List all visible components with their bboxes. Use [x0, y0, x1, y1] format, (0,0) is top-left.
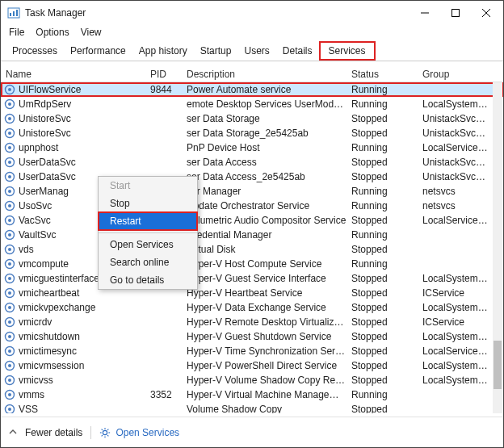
ctx-go-to-details[interactable]: Go to details — [99, 271, 197, 289]
menu-file[interactable]: File — [9, 27, 24, 38]
table-row[interactable]: vmms 3352 Hyper-V Virtual Machine Manage… — [1, 387, 503, 402]
service-desc: Hyper-V PowerShell Direct Service — [187, 360, 351, 371]
open-services-link[interactable]: Open Services — [99, 427, 179, 438]
service-icon — [4, 287, 15, 299]
col-name[interactable]: Name — [1, 69, 150, 80]
table-row[interactable]: vmicvss Hyper-V Volume Shadow Copy Reque… — [1, 373, 503, 387]
service-name: UmRdpServ — [19, 98, 71, 110]
tab-users[interactable]: Users — [237, 41, 275, 61]
table-row[interactable]: vmicguestinterface Hyper-V Guest Service… — [1, 271, 503, 286]
menu-options[interactable]: Options — [36, 27, 69, 38]
service-desc: Hyper-V Guest Service Interface — [187, 273, 351, 284]
service-status: Running — [351, 98, 422, 110]
col-pid[interactable]: PID — [150, 69, 187, 80]
table-row[interactable]: VacSvc Volumetric Audio Compositor Servi… — [1, 213, 503, 228]
tab-performance[interactable]: Performance — [64, 41, 132, 61]
service-icon — [4, 244, 15, 255]
tab-bar: Processes Performance App history Startu… — [1, 41, 503, 61]
service-desc: Hyper-V Host Compute Service — [187, 258, 351, 270]
maximize-button[interactable] — [440, 2, 471, 24]
service-status: Running — [351, 229, 422, 241]
svg-point-13 — [8, 117, 11, 120]
fewer-details-button[interactable]: Fewer details — [25, 427, 82, 438]
service-desc: Hyper-V Volume Shadow Copy Reque... — [187, 375, 351, 386]
close-button[interactable] — [471, 2, 502, 24]
service-desc: ser Data Access_2e5425ab — [187, 171, 351, 182]
chevron-up-icon[interactable] — [9, 427, 17, 438]
service-status: Stopped — [351, 302, 422, 313]
ctx-search-online[interactable]: Search online — [99, 253, 197, 271]
service-desc: Volume Shadow Copy — [187, 404, 351, 413]
service-desc: Hyper-V Virtual Machine Management — [187, 389, 351, 400]
service-icon — [4, 389, 15, 400]
svg-point-15 — [8, 132, 11, 135]
table-row[interactable]: VSS Volume Shadow Copy Stopped — [1, 402, 503, 413]
svg-rect-1 — [10, 13, 11, 16]
tab-details[interactable]: Details — [276, 41, 319, 61]
svg-rect-5 — [452, 10, 460, 17]
svg-point-21 — [8, 175, 11, 178]
service-status: Stopped — [351, 273, 422, 284]
table-row[interactable]: vmicvmsession Hyper-V PowerShell Direct … — [1, 358, 503, 373]
title-bar[interactable]: Task Manager — [1, 1, 503, 25]
service-name: UnistoreSvc — [19, 113, 71, 124]
ctx-separator — [99, 232, 197, 233]
service-desc: Hyper-V Heartbeat Service — [187, 287, 351, 299]
svg-point-19 — [8, 161, 11, 164]
service-desc: ser Data Storage — [187, 113, 351, 124]
service-icon — [4, 258, 15, 270]
tab-app-history[interactable]: App history — [132, 41, 194, 61]
svg-point-23 — [8, 190, 11, 193]
table-row[interactable]: vmicrdv Hyper-V Remote Desktop Virtualiz… — [1, 315, 503, 329]
service-group: LocalServiceAn... — [422, 142, 503, 153]
service-group: netsvcs — [422, 200, 503, 211]
service-status: Stopped — [351, 360, 422, 371]
table-row[interactable]: UnistoreSvc ser Data Storage Stopped Uni… — [1, 111, 503, 126]
service-icon — [4, 142, 15, 153]
table-row[interactable]: UmRdpServ emote Desktop Services UserMod… — [1, 97, 503, 111]
table-row[interactable]: vmicshutdown Hyper-V Guest Shutdown Serv… — [1, 329, 503, 344]
ctx-open-services[interactable]: Open Services — [99, 236, 197, 253]
service-icon — [4, 215, 15, 226]
ctx-stop[interactable]: Stop — [99, 195, 197, 212]
ctx-start[interactable]: Start — [99, 177, 197, 195]
svg-rect-3 — [16, 10, 18, 16]
service-group: LocalSystemNe... — [422, 273, 503, 284]
scrollbar-thumb[interactable] — [494, 341, 502, 389]
table-row[interactable]: upnphost PnP Device Host Running LocalSe… — [1, 140, 503, 155]
service-status: Running — [351, 258, 422, 270]
col-description[interactable]: Description — [187, 69, 351, 80]
service-desc: emote Desktop Services UserMode ... — [187, 98, 351, 110]
menu-view[interactable]: View — [81, 27, 102, 38]
tab-processes[interactable]: Processes — [6, 41, 64, 61]
table-row[interactable]: vds Virtual Disk Stopped — [1, 242, 503, 257]
tab-services[interactable]: Services — [319, 41, 376, 61]
service-status: Running — [351, 389, 422, 400]
open-services-label: Open Services — [116, 427, 179, 438]
table-row[interactable]: UserManag ser Manager Running netsvcs — [1, 184, 503, 199]
table-row[interactable]: UIFlowService 9844 Power Automate servic… — [1, 82, 503, 97]
table-row[interactable]: UnistoreSvc ser Data Storage_2e5425ab St… — [1, 126, 503, 140]
services-list[interactable]: UIFlowService 9844 Power Automate servic… — [1, 82, 503, 413]
svg-point-47 — [8, 364, 11, 367]
table-row[interactable]: vmcompute 7704 Hyper-V Host Compute Serv… — [1, 257, 503, 271]
table-row[interactable]: UsoSvc 12696 Update Orchestrator Service… — [1, 199, 503, 213]
service-status: Stopped — [351, 128, 422, 139]
table-row[interactable]: vmickvpexchange Hyper-V Data Exchange Se… — [1, 300, 503, 315]
table-row[interactable]: vmicheartbeat Hyper-V Heartbeat Service … — [1, 286, 503, 300]
service-name: vmicvss — [19, 375, 53, 386]
col-status[interactable]: Status — [351, 69, 422, 80]
table-row[interactable]: UserDataSvc ser Data Access Stopped Unis… — [1, 155, 503, 170]
service-status: Running — [351, 200, 422, 211]
scrollbar[interactable] — [493, 82, 502, 413]
col-group[interactable]: Group — [422, 69, 503, 80]
ctx-restart[interactable]: Restart — [99, 212, 197, 230]
table-row[interactable]: vmictimesync Hyper-V Time Synchronizatio… — [1, 344, 503, 358]
service-status: Running — [351, 186, 422, 197]
divider — [90, 426, 91, 439]
service-status: Stopped — [351, 157, 422, 168]
minimize-button[interactable] — [410, 2, 440, 24]
table-row[interactable]: UserDataSvc ser Data Access_2e5425ab Sto… — [1, 170, 503, 184]
table-row[interactable]: VaultSvc 1108 Credential Manager Running — [1, 228, 503, 242]
tab-startup[interactable]: Startup — [194, 41, 238, 61]
